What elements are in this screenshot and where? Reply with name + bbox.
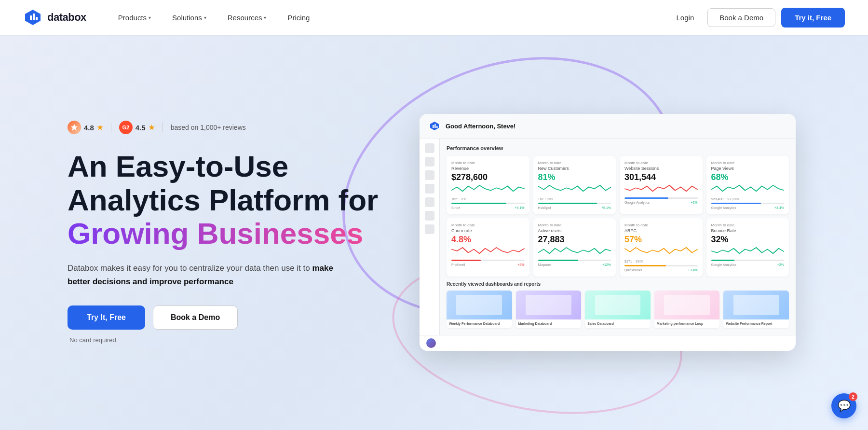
metric-source-label: Profitwell xyxy=(451,263,465,266)
thumb-label: Sales Databoard xyxy=(585,319,651,328)
nav-products[interactable]: Products ▾ xyxy=(109,10,160,26)
metric-source-row: Google Analytics +2% xyxy=(711,263,785,266)
headline-line2: Analytics Platform for xyxy=(68,183,378,217)
metric-source-label: Mixpanel xyxy=(538,263,552,266)
metric-bar xyxy=(451,260,481,261)
sparkline-chart xyxy=(538,246,611,256)
metric-bar xyxy=(711,260,734,261)
metric-period: Month to date xyxy=(711,161,785,165)
nav-resources[interactable]: Resources ▾ xyxy=(219,10,275,26)
sidebar-icon-goals xyxy=(425,211,434,221)
book-demo-button[interactable]: Book a Demo xyxy=(707,8,775,27)
metric-bar xyxy=(624,265,666,266)
try-free-button[interactable]: Try it, Free xyxy=(781,8,845,28)
metric-bar xyxy=(538,203,597,204)
try-free-cta-button[interactable]: Try It, Free xyxy=(68,305,145,330)
hero-headline: An Easy-to-Use Analytics Platform for Gr… xyxy=(68,150,395,250)
metric-source-label: Google Analytics xyxy=(711,206,736,209)
metric-name: Page Views xyxy=(711,166,785,171)
metric-bar xyxy=(538,260,578,261)
headline-colored: Growing Businesses xyxy=(68,217,363,250)
metric-bar xyxy=(711,203,761,204)
chat-button[interactable]: 💬 2 xyxy=(831,393,856,418)
metric-period: Month to date xyxy=(451,161,525,165)
hero-section: 4.8 ★ G2 4.5 ★ based on 1,000+ reviews A… xyxy=(0,35,868,430)
ratings-row: 4.8 ★ G2 4.5 ★ based on 1,000+ reviews xyxy=(68,121,395,134)
metric-value: 68% xyxy=(711,173,785,181)
capterra-score: 4.8 xyxy=(84,124,94,132)
sparkline-chart xyxy=(451,246,525,256)
chevron-down-icon: ▾ xyxy=(264,15,266,20)
dash-sidebar xyxy=(420,139,440,334)
metric-change: +12% xyxy=(602,263,611,266)
login-button[interactable]: Login xyxy=(669,10,702,26)
thumb-image xyxy=(516,291,582,319)
metric-value: 32% xyxy=(711,235,785,244)
svg-rect-6 xyxy=(434,124,436,128)
logo-text: databox xyxy=(47,11,86,24)
chevron-down-icon: ▾ xyxy=(149,15,151,20)
metric-change: +2% xyxy=(517,263,524,266)
g2-icon: G2 xyxy=(119,121,133,134)
metric-bar-container xyxy=(538,203,611,204)
nav-solutions[interactable]: Solutions ▾ xyxy=(163,10,215,26)
logo[interactable]: databox xyxy=(23,8,86,27)
user-avatar xyxy=(426,338,436,348)
nav-right: Login Book a Demo Try it, Free xyxy=(669,8,845,28)
g2-score: 4.5 xyxy=(136,124,146,132)
metric-source-row: HubSpot +5.1% xyxy=(538,206,611,209)
dashboard-mockup: Good Afternoon, Steve! Performance overv… xyxy=(420,114,796,350)
dash-body: Performance overview Month to date Reven… xyxy=(420,139,796,334)
nav-links: Products ▾ Solutions ▾ Resources ▾ Prici… xyxy=(109,10,669,26)
book-demo-cta-button[interactable]: Book a Demo xyxy=(153,305,238,330)
metric-source-label: Stripe xyxy=(451,206,460,209)
metric-bar-container xyxy=(711,203,785,204)
headline-line1: An Easy-to-Use xyxy=(68,150,288,183)
svg-rect-2 xyxy=(33,14,35,20)
sidebar-icon-alerts xyxy=(425,197,434,207)
star-icon: ★ xyxy=(97,124,103,131)
metric-source-row: Quickbooks +3.4% xyxy=(624,268,698,272)
thumb-label: Weekly Performance Databoard xyxy=(447,319,512,328)
chat-icon: 💬 xyxy=(838,400,851,412)
metric-source-label: Google Analytics xyxy=(711,263,736,266)
hero-right: Good Afternoon, Steve! Performance overv… xyxy=(395,114,820,350)
metric-card: Month to date Bounce Rate 32% Google Ana… xyxy=(706,218,789,277)
metric-sub: 162 ↑ 200 xyxy=(538,197,611,201)
nav-pricing[interactable]: Pricing xyxy=(279,10,318,26)
thumb-card: Marketing Databoard xyxy=(516,291,582,328)
metric-sub: 162 ↑ 200 xyxy=(451,197,525,201)
metric-name: Churn rate xyxy=(451,228,525,233)
svg-rect-1 xyxy=(30,15,32,20)
metric-change: +3.4% xyxy=(688,268,697,272)
thumb-label: Marketing Databoard xyxy=(516,319,582,328)
sparkline-chart xyxy=(624,246,698,256)
metric-bar-container xyxy=(451,260,525,261)
thumb-mini-preview xyxy=(595,295,641,315)
thumb-mini-preview xyxy=(456,295,502,315)
subtext-normal: Databox makes it easy for you to central… xyxy=(68,264,312,273)
metric-source-row: Google Analytics +2% xyxy=(624,201,698,204)
metric-source-row: Stripe +6.1% xyxy=(451,206,525,209)
metric-change: +2% xyxy=(777,263,784,266)
metric-value: 81% xyxy=(538,173,611,181)
sparkline-chart xyxy=(711,183,785,194)
metric-value: 27,883 xyxy=(538,235,611,244)
sparkline-chart xyxy=(538,183,611,194)
metric-period: Month to date xyxy=(624,161,698,165)
metric-period: Month to date xyxy=(538,161,611,165)
metric-value: 4.8% xyxy=(451,235,525,244)
perf-title: Performance overview xyxy=(447,145,789,151)
metric-period: Month to date xyxy=(711,223,785,227)
metric-name: ARPC xyxy=(624,228,698,233)
metric-bar-container xyxy=(451,203,525,204)
sparkline-chart xyxy=(711,246,785,256)
metric-sub: $171 ↑ $300 xyxy=(624,260,698,263)
no-card-text: No card required xyxy=(69,336,116,344)
sparkline-chart xyxy=(451,183,525,194)
thumb-card: Sales Databoard xyxy=(585,291,651,328)
metric-value: 57% xyxy=(624,235,698,244)
metric-card: Month to date Active users 27,883 Mixpan… xyxy=(533,218,616,277)
thumb-card: Weekly Performance Databoard xyxy=(447,291,512,328)
cta-group: Try It, Free Book a Demo xyxy=(68,305,395,330)
